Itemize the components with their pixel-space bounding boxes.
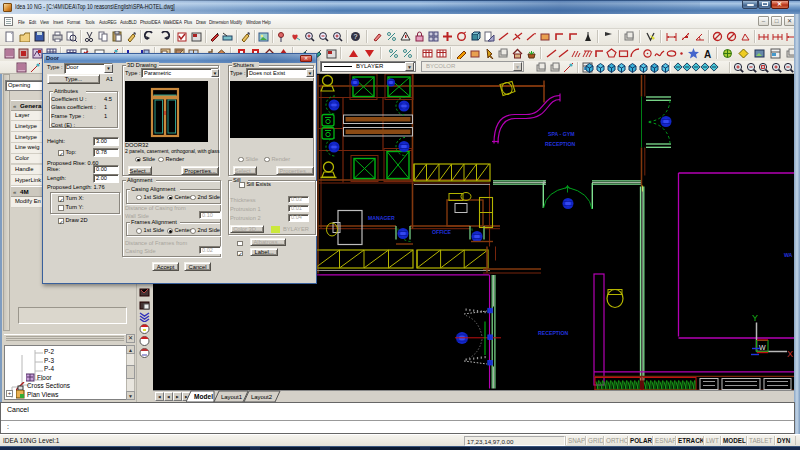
svg-text:Layout2: Layout2 — [251, 394, 273, 400]
svg-text:Y: Y — [752, 312, 758, 322]
svg-text:OFFICE: OFFICE — [432, 228, 452, 234]
svg-text:X: X — [787, 348, 793, 358]
svg-text:?: ? — [354, 33, 358, 40]
svg-text:W: W — [759, 344, 766, 351]
svg-text:Layout1: Layout1 — [221, 394, 243, 400]
svg-text:Model: Model — [194, 393, 213, 400]
svg-text:RECEPTION: RECEPTION — [538, 329, 569, 335]
svg-text:MANAGER: MANAGER — [368, 215, 395, 221]
svg-text:WA: WA — [784, 251, 793, 257]
svg-text:A: A — [704, 49, 711, 60]
svg-text:RECEPTION: RECEPTION — [545, 140, 576, 146]
svg-text:SPA - GYM: SPA - GYM — [548, 130, 575, 136]
